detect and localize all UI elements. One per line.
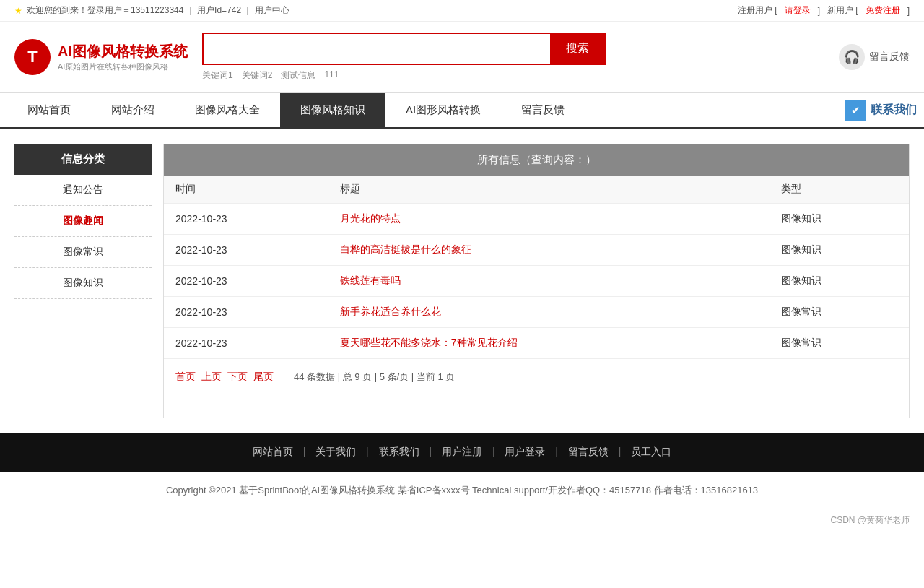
page-prev[interactable]: 上页 — [201, 371, 222, 384]
footer-link-home[interactable]: 网站首页 — [253, 446, 293, 457]
csdn-watermark: CSDN @黄菊华老师 — [0, 509, 924, 532]
site-title: AI图像风格转换系统 — [58, 42, 188, 61]
content-table: 时间 标题 类型 2022-10-23 月光花的特点 图像知识 2022-10-… — [164, 176, 909, 359]
separator: | — [303, 446, 306, 457]
footer-link-register[interactable]: 用户注册 — [442, 446, 482, 457]
sidebar-item-notice[interactable]: 通知公告 — [14, 175, 152, 206]
page-info: 44 条数据 | 总 9 页 | 5 条/页 | 当前 1 页 — [294, 371, 455, 384]
keyword-link[interactable]: 关键词1 — [202, 69, 233, 82]
cell-type: 图像知识 — [770, 266, 909, 297]
table-row: 2022-10-23 月光花的特点 图像知识 — [164, 204, 909, 235]
cell-date: 2022-10-23 — [164, 328, 328, 359]
col-date: 时间 — [164, 176, 328, 204]
content-area: 所有信息（查询内容：） 时间 标题 类型 2022-10-23 月光花的特点 图… — [163, 144, 910, 418]
nav-item-home[interactable]: 网站首页 — [7, 93, 91, 127]
nav-item-feedback[interactable]: 留言反馈 — [501, 93, 585, 127]
col-title: 标题 — [328, 176, 770, 204]
welcome-text: 欢迎您的到来！登录用户＝13511223344 ｜ 用户Id=742 ｜ 用户中… — [27, 4, 289, 17]
logo-icon: T — [14, 39, 51, 75]
top-bar-left: ★ 欢迎您的到来！登录用户＝13511223344 ｜ 用户Id=742 ｜ 用… — [14, 4, 289, 17]
feedback-label: 留言反馈 — [869, 51, 910, 64]
cell-date: 2022-10-23 — [164, 204, 328, 235]
cell-title[interactable]: 月光花的特点 — [328, 204, 770, 235]
register-label: 注册用户 [ — [738, 4, 777, 17]
nav-item-convert[interactable]: AI图形风格转换 — [385, 93, 501, 127]
pagination: 首页 上页 下页 尾页 44 条数据 | 总 9 页 | 5 条/页 | 当前 … — [164, 359, 909, 395]
sidebar: 信息分类 通知公告 图像趣闻 图像常识 图像知识 — [14, 144, 152, 418]
feedback-icon: 🎧 — [839, 44, 865, 70]
separator2: | — [366, 446, 369, 457]
contact-us[interactable]: ✔ 联系我们 — [845, 100, 917, 121]
star-icon: ★ — [14, 6, 22, 16]
sidebar-title: 信息分类 — [14, 144, 152, 175]
search-keywords: 关键词1关键词2测试信息111 — [202, 69, 606, 82]
register-suffix: ] — [818, 6, 820, 16]
page-first[interactable]: 首页 — [175, 371, 196, 384]
cell-date: 2022-10-23 — [164, 235, 328, 266]
search-input[interactable] — [204, 34, 550, 64]
nav-item-styles[interactable]: 图像风格大全 — [175, 93, 280, 127]
sidebar-item-knowledge[interactable]: 图像知识 — [14, 268, 152, 299]
content-header: 所有信息（查询内容：） — [164, 144, 909, 176]
separator5: | — [555, 446, 558, 457]
cell-type: 图像知识 — [770, 204, 909, 235]
cell-type: 图像常识 — [770, 297, 909, 328]
header: T AI图像风格转换系统 AI原始图片在线转各种图像风格 搜索 关键词1关键词2… — [0, 22, 924, 93]
feedback-button[interactable]: 🎧 留言反馈 — [839, 44, 910, 70]
nav-item-intro[interactable]: 网站介绍 — [91, 93, 175, 127]
sidebar-item-trivia[interactable]: 图像趣闻 — [14, 206, 152, 237]
page-last[interactable]: 尾页 — [253, 371, 274, 384]
footer-info: Copyright ©2021 基于SprintBoot的AI图像风格转换系统 … — [0, 472, 924, 509]
cell-date: 2022-10-23 — [164, 297, 328, 328]
footer-nav: 网站首页 | 关于我们 | 联系我们 | 用户注册 | 用户登录 | 留言反馈 … — [0, 433, 924, 472]
newuser-label: 新用户 [ — [827, 4, 858, 17]
keyword-link[interactable]: 关键词2 — [242, 69, 273, 82]
cell-date: 2022-10-23 — [164, 266, 328, 297]
login-link[interactable]: 请登录 — [785, 4, 811, 17]
nav-item-knowledge[interactable]: 图像风格知识 — [280, 93, 385, 127]
sidebar-item-common[interactable]: 图像常识 — [14, 237, 152, 268]
search-area: 搜索 关键词1关键词2测试信息111 — [202, 33, 606, 82]
top-bar: ★ 欢迎您的到来！登录用户＝13511223344 ｜ 用户Id=742 ｜ 用… — [0, 0, 924, 22]
main-content: 信息分类 通知公告 图像趣闻 图像常识 图像知识 所有信息（查询内容：） 时间 … — [0, 129, 924, 433]
footer-link-feedback[interactable]: 留言反馈 — [568, 446, 609, 457]
col-type: 类型 — [770, 176, 909, 204]
separator3: | — [429, 446, 432, 457]
keyword-link[interactable]: 111 — [324, 69, 339, 82]
header-right: 🎧 留言反馈 — [839, 44, 910, 70]
cell-title[interactable]: 新手养花适合养什么花 — [328, 297, 770, 328]
search-button[interactable]: 搜索 — [550, 34, 605, 64]
copyright-text: Copyright ©2021 基于SprintBoot的AI图像风格转换系统 … — [166, 485, 758, 496]
footer-link-contact[interactable]: 联系我们 — [379, 446, 419, 457]
table-row: 2022-10-23 白桦的高洁挺拔是什么的象征 图像知识 — [164, 235, 909, 266]
cell-title[interactable]: 白桦的高洁挺拔是什么的象征 — [328, 235, 770, 266]
keyword-link[interactable]: 测试信息 — [281, 69, 315, 82]
contact-label: 联系我们 — [871, 103, 917, 118]
register-link[interactable]: 免费注册 — [866, 4, 900, 17]
top-bar-right: 注册用户 [请登录] 新用户 [免费注册] — [738, 4, 910, 17]
table-row: 2022-10-23 新手养花适合养什么花 图像常识 — [164, 297, 909, 328]
search-box: 搜索 — [202, 33, 606, 65]
logo-area: T AI图像风格转换系统 AI原始图片在线转各种图像风格 — [14, 39, 188, 75]
separator6: | — [619, 446, 622, 457]
cell-type: 图像知识 — [770, 235, 909, 266]
cell-title[interactable]: 夏天哪些花不能多浇水：7种常见花介绍 — [328, 328, 770, 359]
table-row: 2022-10-23 铁线莲有毒吗 图像知识 — [164, 266, 909, 297]
footer-link-staff[interactable]: 员工入口 — [631, 446, 671, 457]
navigation: 网站首页 网站介绍 图像风格大全 图像风格知识 AI图形风格转换 留言反馈 ✔ … — [0, 93, 924, 129]
cell-title[interactable]: 铁线莲有毒吗 — [328, 266, 770, 297]
footer-link-about[interactable]: 关于我们 — [315, 446, 356, 457]
page-next[interactable]: 下页 — [227, 371, 248, 384]
separator4: | — [492, 446, 495, 457]
footer-link-login[interactable]: 用户登录 — [505, 446, 545, 457]
contact-icon: ✔ — [845, 100, 866, 121]
logo-text: AI图像风格转换系统 AI原始图片在线转各种图像风格 — [58, 42, 188, 72]
watermark-text: CSDN @黄菊华老师 — [830, 515, 910, 525]
newuser-suffix: ] — [907, 6, 910, 16]
table-row: 2022-10-23 夏天哪些花不能多浇水：7种常见花介绍 图像常识 — [164, 328, 909, 359]
site-subtitle: AI原始图片在线转各种图像风格 — [58, 61, 188, 72]
cell-type: 图像常识 — [770, 328, 909, 359]
